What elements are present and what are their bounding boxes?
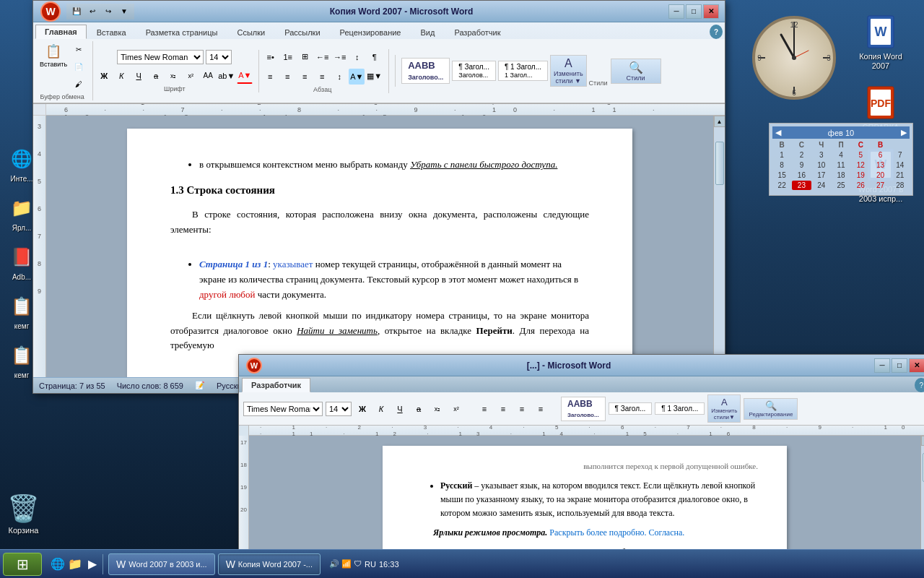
taskbar-word2003-btn[interactable]: W Word 2007 в 2003 и... bbox=[108, 553, 215, 575]
scroll-up-btn[interactable]: ▲ bbox=[714, 116, 725, 127]
tab-mailings[interactable]: Рассылки bbox=[275, 25, 329, 39]
superscript-btn[interactable]: х² bbox=[183, 68, 199, 84]
tab-insert[interactable]: Вставка bbox=[87, 25, 136, 39]
cut-btn[interactable]: ✂ bbox=[71, 41, 87, 57]
change-styles-btn[interactable]: A Изменить стили ▼ bbox=[550, 55, 587, 87]
minimize-btn[interactable]: ─ bbox=[668, 4, 684, 19]
multilevel-btn[interactable]: ⊞ bbox=[297, 49, 313, 65]
style-heading-2b[interactable]: ¶ 1 Загол... bbox=[655, 402, 705, 415]
secondary-window-title: [...] - Microsoft Word bbox=[527, 361, 611, 371]
paragraph-group: ≡• 1≡ ⊞ ←≡ →≡ ↕ ¶ ≡ ≡ ≡ ≡ ↕ A▼ ▦▼ А bbox=[262, 49, 389, 93]
tab-help-btn[interactable]: ? bbox=[710, 25, 723, 39]
office-button-2[interactable]: W bbox=[246, 358, 262, 374]
font-name-select[interactable]: Times New Roman bbox=[117, 50, 204, 64]
start-button[interactable]: ⊞ bbox=[3, 553, 42, 576]
sup-2[interactable]: х² bbox=[448, 401, 464, 417]
desktop-icon-copy-word[interactable]: W Копия Word 2007 bbox=[852, 14, 910, 71]
edit-group[interactable]: 🔍 Стили bbox=[611, 59, 661, 84]
fontcolor-btn[interactable]: A▼ bbox=[237, 68, 253, 84]
subscript-btn[interactable]: х₂ bbox=[165, 68, 181, 84]
cal-prev-btn[interactable]: ◀ bbox=[775, 128, 781, 137]
style-aabb-2[interactable]: AABBЗаголово... bbox=[561, 397, 606, 421]
border-btn[interactable]: ▦▼ bbox=[366, 69, 383, 85]
office-button[interactable]: W bbox=[40, 1, 61, 22]
taskbar-copy-word-btn[interactable]: W Копия Word 2007 -... bbox=[218, 553, 321, 575]
copy-btn[interactable]: 📄 bbox=[71, 59, 87, 74]
underline-btn[interactable]: Ч bbox=[131, 68, 147, 84]
justify-btn[interactable]: ≡ bbox=[314, 69, 330, 85]
format-painter-btn[interactable]: 🖌 bbox=[71, 76, 87, 92]
style-heading3[interactable]: ¶ 1 Загол...1 Загол... bbox=[498, 61, 548, 81]
tab-review[interactable]: Рецензирование bbox=[331, 25, 411, 39]
font-size-2[interactable]: 14 bbox=[326, 402, 352, 416]
linespacing-btn[interactable]: ↕ bbox=[331, 69, 347, 85]
cal-next-btn[interactable]: ▶ bbox=[901, 128, 907, 137]
taskbar-ie-icon[interactable]: 🌐 bbox=[51, 558, 65, 571]
tab-home[interactable]: Главная bbox=[35, 25, 87, 39]
tab-developer-2[interactable]: Разработчик bbox=[242, 378, 310, 392]
tab-layout[interactable]: Разметка страницы bbox=[136, 25, 227, 39]
bold-2[interactable]: Ж bbox=[354, 401, 370, 417]
scroll-up-2[interactable]: ▲ bbox=[921, 436, 925, 446]
close-btn[interactable]: ✕ bbox=[703, 4, 719, 19]
underline-2[interactable]: Ч bbox=[392, 401, 408, 417]
maximize-btn[interactable]: □ bbox=[686, 4, 702, 19]
align-center-2[interactable]: ≡ bbox=[495, 401, 511, 417]
increase-indent-btn[interactable]: →≡ bbox=[332, 49, 348, 65]
close-btn-2[interactable]: ✕ bbox=[909, 358, 924, 373]
sort-btn[interactable]: ↕ bbox=[349, 49, 365, 65]
strikethrough-2[interactable]: а bbox=[411, 401, 427, 417]
qa-undo-btn[interactable]: ↩ bbox=[85, 5, 100, 18]
font-select-2[interactable]: Times New Roman bbox=[243, 402, 323, 416]
show-hide-btn[interactable]: ¶ bbox=[367, 49, 383, 65]
cal-day-S: С bbox=[792, 140, 811, 150]
taskbar-media-icon[interactable]: ▶ bbox=[85, 558, 100, 571]
tab-developer[interactable]: Разработчик bbox=[445, 25, 510, 39]
calendar-nav[interactable]: ◀ фев 10 ▶ bbox=[772, 126, 910, 139]
taskbar-explorer-icon[interactable]: 📁 bbox=[68, 558, 82, 571]
max-btn-2[interactable]: □ bbox=[892, 358, 907, 373]
qa-more-btn[interactable]: ▼ bbox=[117, 5, 131, 18]
qa-redo-btn[interactable]: ↪ bbox=[101, 5, 116, 18]
change-styles-btn-2[interactable]: A Изменить стили▼ bbox=[707, 394, 741, 423]
align-right-2[interactable]: ≡ bbox=[514, 401, 530, 417]
recycle-bin[interactable]: 🗑️ Корзина bbox=[7, 493, 40, 535]
style-heading1[interactable]: AABBЗаголово... bbox=[401, 58, 450, 84]
shading-btn[interactable]: A▼ bbox=[349, 69, 365, 85]
bold-btn[interactable]: Ж bbox=[96, 68, 112, 84]
aa-btn[interactable]: AA bbox=[200, 68, 216, 84]
modes-label: Ярлыки режимов просмотра. bbox=[433, 527, 547, 538]
min-btn-2[interactable]: ─ bbox=[874, 358, 890, 373]
sub-2[interactable]: х₂ bbox=[430, 401, 445, 417]
scroll-thumb[interactable] bbox=[715, 142, 724, 185]
tab-refs[interactable]: Ссылки bbox=[227, 25, 274, 39]
status-spell-icon: 📝 bbox=[195, 381, 205, 390]
tab-help-2[interactable]: ? bbox=[915, 378, 924, 392]
decrease-indent-btn[interactable]: ←≡ bbox=[315, 49, 331, 65]
edit-btn-2[interactable]: 🔍 Редактирование bbox=[744, 398, 798, 420]
align-left-btn[interactable]: ≡ bbox=[262, 69, 278, 85]
scrollbar-vertical[interactable]: ▲ ▼ bbox=[713, 116, 725, 377]
page-area[interactable]: в открывшемся контекстном меню выбрать к… bbox=[46, 116, 713, 377]
tab-view[interactable]: Вид bbox=[411, 25, 445, 39]
align-left-2[interactable]: ≡ bbox=[476, 401, 492, 417]
expand-link[interactable]: Раскрыть более подробно. bbox=[549, 527, 646, 538]
highlight-btn[interactable]: ab▼ bbox=[217, 68, 235, 84]
font-size-select[interactable]: 14 bbox=[206, 50, 232, 64]
justify-2[interactable]: ≡ bbox=[533, 401, 549, 417]
bullets-btn[interactable]: ≡• bbox=[263, 49, 279, 65]
word-doc-icon: W bbox=[863, 14, 898, 49]
strikethrough-btn[interactable]: а bbox=[148, 68, 164, 84]
paste-btn[interactable]: 📋 Вставить bbox=[38, 41, 69, 92]
italic-btn[interactable]: К bbox=[113, 68, 129, 84]
style-heading2[interactable]: ¶ Загол...Заголов... bbox=[452, 61, 496, 81]
bullet-russian: Русский – указывает язык, на котором вво… bbox=[440, 479, 758, 521]
italic-2[interactable]: К bbox=[373, 401, 389, 417]
numbering-btn[interactable]: 1≡ bbox=[280, 49, 296, 65]
align-center-btn[interactable]: ≡ bbox=[279, 69, 295, 85]
ruler-horizontal: · · 1 · · 2 · · 3 · · 4 · · 5 · · 6 · · … bbox=[46, 104, 725, 116]
qa-save-btn[interactable]: 💾 bbox=[69, 5, 84, 18]
cmd-italic: Убрать с панели быстрого доступа. bbox=[410, 159, 557, 170]
style-heading-2a[interactable]: ¶ Загол... bbox=[609, 402, 653, 415]
align-right-btn[interactable]: ≡ bbox=[297, 69, 313, 85]
